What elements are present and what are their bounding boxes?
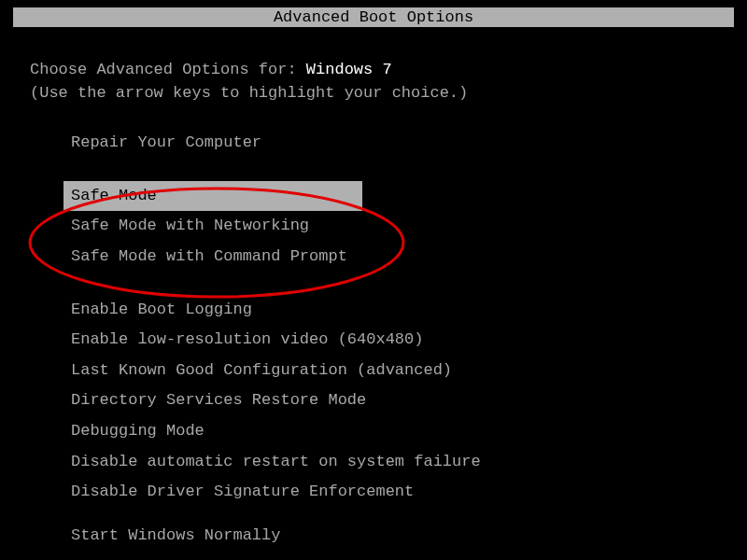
menu-item-low-res-video[interactable]: Enable low-resolution video (640x480): [63, 325, 430, 356]
menu-group-repair: Repair Your Computer: [71, 128, 717, 159]
group-gap: [71, 508, 717, 521]
menu-item-directory-services-restore[interactable]: Directory Services Restore Mode: [63, 385, 374, 416]
group-gap: [71, 273, 717, 295]
instruction-text: (Use the arrow keys to highlight your ch…: [30, 84, 717, 102]
menu-item-disable-driver-sig[interactable]: Disable Driver Signature Enforcement: [63, 477, 421, 508]
menu-item-safe-mode[interactable]: Safe Mode: [63, 181, 362, 212]
os-name: Windows 7: [306, 61, 392, 78]
menu-item-debugging-mode[interactable]: Debugging Mode: [63, 416, 362, 447]
menu-item-safe-mode-command-prompt[interactable]: Safe Mode with Command Prompt: [63, 242, 362, 273]
menu-item-repair-your-computer[interactable]: Repair Your Computer: [63, 128, 362, 159]
menu-item-enable-boot-logging[interactable]: Enable Boot Logging: [63, 295, 362, 326]
content-area: Choose Advanced Options for: Windows 7 (…: [0, 27, 747, 559]
prompt-line: Choose Advanced Options for: Windows 7: [30, 61, 717, 78]
title-bar: Advanced Boot Options: [13, 7, 734, 27]
prompt-prefix: Choose Advanced Options for:: [30, 61, 306, 78]
menu-group-safe-mode: Safe Mode Safe Mode with Networking Safe…: [71, 181, 717, 273]
menu-item-safe-mode-networking[interactable]: Safe Mode with Networking: [63, 211, 362, 242]
menu-item-disable-auto-restart[interactable]: Disable automatic restart on system fail…: [63, 447, 488, 478]
menu-group-normal: Start Windows Normally: [71, 521, 717, 552]
menu-group-advanced: Enable Boot Logging Enable low-resolutio…: [71, 295, 717, 508]
menu-item-last-known-good[interactable]: Last Known Good Configuration (advanced): [63, 356, 459, 386]
boot-menu: Repair Your Computer Safe Mode Safe Mode…: [30, 128, 717, 552]
menu-item-start-windows-normally[interactable]: Start Windows Normally: [63, 521, 362, 552]
page-title: Advanced Boot Options: [274, 8, 473, 26]
group-gap: [71, 159, 717, 181]
